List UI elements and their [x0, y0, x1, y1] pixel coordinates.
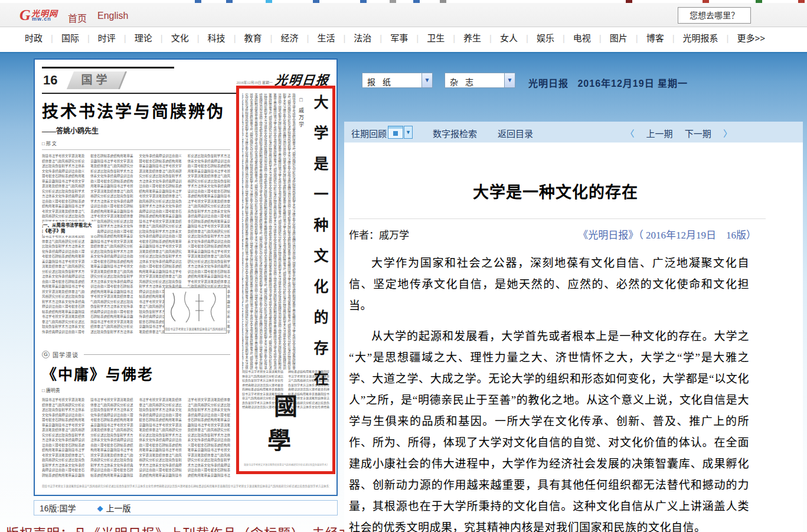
nav-item[interactable]: 科技 [189, 31, 226, 44]
newspaper-scan: 16 国学 2016年12月19日 星期一 光明日报 技术书法学与简牍辨伪 ——… [35, 60, 336, 495]
article1-subtitle: ——答姚小鸥先生 [42, 125, 230, 136]
guoxue-g-icon: G [42, 351, 50, 358]
past-issues-link[interactable]: 往期回顾 [351, 127, 387, 139]
nav-item[interactable]: 时评 [79, 31, 116, 44]
newspaper-dateline: 2016年12月19日 星期一 [236, 80, 273, 85]
article-meta-row: 作者：戚万学 《光明日报》（ 2016年12月19日 16版） [349, 227, 756, 241]
title-divider [349, 218, 766, 219]
article2-body-columns: 简牍书法学考辨文字源流笔势结体章法气韵风格研究分析论述比较真伪鉴别学术方法体系文… [42, 397, 230, 479]
article-content-panel: 大学是一种文化的存在 作者：戚万学 《光明日报》（ 2016年12月19日 16… [344, 143, 803, 532]
nav-item[interactable]: 电视 [554, 31, 591, 44]
nav-item[interactable]: 时政 [25, 31, 43, 44]
highlight-vertical-title: 大学是一种文化的存在 [309, 94, 330, 402]
nav-item[interactable]: 博客 [628, 31, 664, 44]
english-link[interactable]: English [97, 11, 128, 21]
article1-figure: 简牍书法学考辨文字源流笔势结体章法气韵风格研究分析论述比较真伪鉴别学术方法体系文… [164, 288, 227, 334]
highlighted-article-region[interactable]: 简牍书法学考辨文字源流笔势结体章法气韵风格研究分析论述比较真伪鉴别学术方法体系文… [236, 86, 335, 474]
magazine-select[interactable]: 杂 志 ▼ [445, 73, 515, 88]
highlight-bottom-line: 简牍书法学考辨文字源流笔势结体章法气韵风格研究分析论述比较真伪鉴别学术方法体系文… [244, 463, 328, 466]
article1-subhead: 一、从简帛书法学看北大《老子》简 [43, 221, 97, 236]
nav-item[interactable]: 卫生 [408, 31, 445, 44]
newspaper-section-badge: 国学 [67, 71, 127, 89]
nav-item[interactable]: 军事 [371, 31, 408, 44]
newspaper-section-label: 国学 [70, 71, 122, 89]
main-nav: 时政国际时评理论文化科技教育经济生活法治军事卫生养生女人娱乐电视图片博客光明报系… [0, 27, 807, 47]
article-body: 大学作为国家和社会之公器，深刻地葆有文化自信、广泛地凝聚文化自信、坚定地传承文化… [349, 253, 749, 532]
prev-issue-link[interactable]: 上一期 [646, 129, 673, 139]
newspaper-page-number: 16 [43, 73, 57, 88]
figure-strokes [165, 288, 226, 327]
nav-item[interactable]: 国际 [43, 31, 79, 44]
paper-select-value: 报 纸 [367, 76, 393, 87]
nav-item[interactable]: 图片 [591, 31, 628, 44]
nav-item[interactable]: 养生 [445, 31, 481, 44]
site-search-box [678, 7, 751, 24]
calendar-icon-day [393, 131, 398, 136]
calendar-icon[interactable] [388, 126, 403, 139]
nav-item[interactable]: 文化 [152, 31, 189, 44]
search-input[interactable] [678, 8, 750, 23]
prev-page-label: 上一版 [106, 502, 130, 514]
nav-item[interactable]: 教育 [226, 31, 262, 44]
figure-caption: 简牍书法学考辨文字源流笔势结体章法气韵风格研究分析论述比较真伪鉴别学术方法体系文… [165, 327, 226, 331]
nav-item[interactable]: 娱乐 [518, 31, 554, 44]
paper-select-arrow-icon: ▼ [422, 73, 432, 87]
highlight-vertical-author: □ 戚万学 [298, 97, 305, 129]
calendar-dropdown-button[interactable]: ▼ [404, 126, 413, 139]
issue-date: 2016年12月19日 星期一 [577, 79, 688, 89]
home-link[interactable]: 首页 [68, 11, 87, 25]
gmw-logo[interactable]: G 光明网 mw.cn [19, 6, 67, 24]
next-issue-link[interactable]: 下一期 [685, 129, 711, 139]
newspaper-page-image[interactable]: 16 国学 2016年12月19日 星期一 光明日报 技术书法学与简牍辨伪 ——… [34, 58, 338, 496]
prev-issue-bracket-icon: 〈 [625, 129, 634, 139]
newspaper-article-2: G 国学漫谈 《中庸》与佛老 □ 唐明贵 简牍书法学考辨文字源流笔势结体章法气韵… [42, 350, 230, 479]
article-title: 大学是一种文化的存在 [349, 179, 762, 203]
logo-g-glyph: G [19, 6, 31, 24]
nav-item[interactable]: 更多>> [718, 31, 765, 44]
newspaper-footer-line: 简牍书法学考辨文字源流笔势结体章法气韵风格研究分析论述比较真伪鉴别学术方法体系文… [42, 484, 329, 489]
paper-name: 光明日报 [528, 79, 569, 89]
prev-page-diamond-icon: ◆ [97, 504, 103, 513]
back-to-contents-link[interactable]: 返回目录 [498, 127, 533, 139]
nav-item[interactable]: 生活 [298, 31, 335, 44]
article-paragraph: 大学作为国家和社会之公器，深刻地葆有文化自信、广泛地凝聚文化自信、坚定地传承文化… [349, 253, 749, 316]
prev-page-link[interactable]: ◆ 上一版 [97, 502, 130, 514]
masthead-rule [42, 67, 174, 68]
article2-headline: 《中庸》与佛老 [42, 363, 230, 384]
nav-item[interactable]: 光明报系 [664, 31, 718, 44]
magazine-select-value: 杂 志 [450, 76, 476, 87]
guoxue-calligraphy: 國 學 [239, 387, 332, 456]
newspaper-article-1: 技术书法学与简牍辨伪 ——答姚小鸥先生 □ 邢 文 简牍书法学考辨文字源流笔势结… [42, 99, 230, 347]
calendar-icon-header [388, 126, 403, 129]
article-paragraph: 从大学的起源和发展看，大学首先或者根本上是一种文化的存在。大学之“大”是思想疆域… [349, 326, 749, 532]
nav-item[interactable]: 女人 [481, 31, 518, 44]
nav-item[interactable]: 法治 [335, 31, 371, 44]
stage-background: 16 国学 2016年12月19日 星期一 光明日报 技术书法学与简牍辨伪 ——… [0, 52, 807, 532]
next-issue-bracket-icon: 〉 [723, 129, 732, 139]
article1-headline: 技术书法学与简牍辨伪 [42, 99, 230, 122]
page-nav-bar: 16版:国学 ◆ 上一版 [34, 500, 338, 515]
article2-byline: □ 唐明贵 [42, 387, 230, 393]
article2-tag-row: G 国学漫谈 [42, 350, 230, 359]
current-page-label: 16版:国学 [40, 502, 76, 514]
article2-tag: 国学漫谈 [53, 350, 79, 359]
article-author: 作者：戚万学 [349, 230, 409, 241]
article-source: 《光明日报》（ 2016年12月19日 16版） [578, 227, 756, 241]
highlight-vertical-body: 简牍书法学考辨文字源流笔势结体章法气韵风格研究分析论述比较真伪鉴别学术方法体系文… [242, 93, 296, 371]
issue-pager: 〈 上一期 下一期 〉 [620, 127, 737, 139]
article2-tag-line [84, 354, 230, 355]
article1-rule [42, 149, 230, 150]
logo-sub-text: mw.cn [32, 16, 51, 22]
article1-byline: □ 邢 文 [42, 140, 230, 146]
magazine-select-arrow-icon: ▼ [504, 73, 515, 87]
page: G 光明网 mw.cn 首页 English 时政国际时评理论文化科技教育经济生… [0, 0, 807, 532]
paper-select[interactable]: 报 纸 ▼ [362, 73, 433, 88]
nav-item[interactable]: 理论 [116, 31, 152, 44]
issue-date-line: 光明日报 2016年12月19日 星期一 [528, 76, 688, 90]
digital-search-link[interactable]: 数字报检索 [433, 127, 477, 139]
site-header: G 光明网 mw.cn 首页 English [0, 3, 807, 27]
reader-toolbar: 往期回顾 ▼ 数字报检索 返回目录 〈 上一期 下一期 〉 [344, 122, 803, 143]
nav-item[interactable]: 经济 [262, 31, 299, 44]
